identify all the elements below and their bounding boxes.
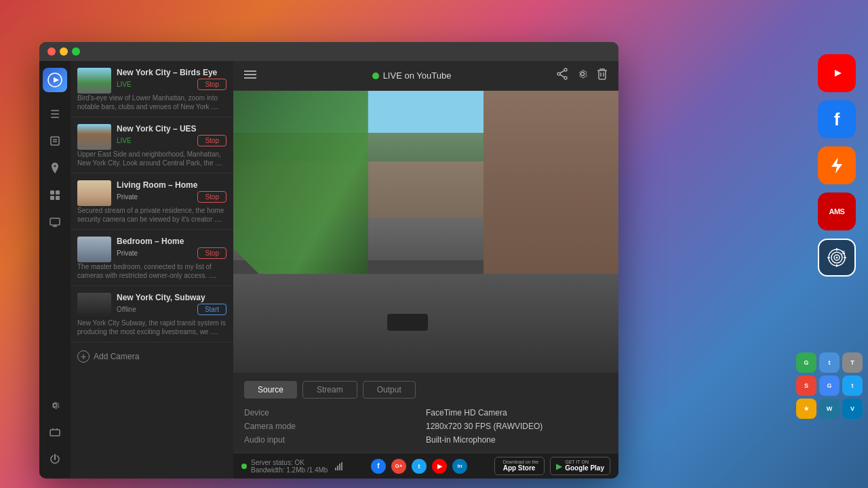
- sidebar-item-monitor[interactable]: [44, 211, 66, 233]
- google-icon[interactable]: G: [796, 352, 816, 373]
- social-icon-1[interactable]: t: [819, 352, 840, 373]
- server-status-text: Server status: OK: [251, 459, 328, 466]
- app-store-sub: Download on the: [503, 460, 539, 464]
- sidebar-item-location[interactable]: [44, 157, 66, 179]
- status-badge: LIVE: [117, 137, 132, 144]
- youtube-social-icon[interactable]: ▶: [432, 459, 447, 474]
- svg-rect-27: [335, 468, 336, 470]
- live-status-text: LIVE on YouTube: [383, 70, 452, 81]
- minimize-button[interactable]: [60, 47, 68, 56]
- desktop-icons: f AMS S: [818, 54, 856, 277]
- desktop-icons-bottom: G t T S G t ★ W V: [796, 352, 863, 419]
- camera-description: New York City Subway, the rapid transit …: [77, 319, 226, 336]
- svg-point-20: [564, 77, 567, 79]
- linkedin-social-icon[interactable]: in: [452, 459, 467, 474]
- stop-button[interactable]: Stop: [197, 79, 226, 90]
- camera-description: Bird's-eye view of Lower Manhattan, zoom…: [77, 94, 226, 111]
- sidebar-item-power[interactable]: [44, 449, 66, 470]
- camera-name: New York City – UES: [117, 124, 226, 134]
- audio-input-label: Audio input: [244, 435, 426, 445]
- camera-item[interactable]: Living Room – Home Private Stop Secured …: [71, 174, 233, 230]
- lightning-desktop-icon[interactable]: [818, 146, 856, 184]
- play-icon: ▶: [556, 462, 562, 471]
- maximize-button[interactable]: [72, 47, 80, 56]
- bandwidth-text: Bandwidth: 1.2Mb /1.4Mb: [251, 466, 328, 474]
- source-info-grid: Device FaceTime HD Camera Camera mode 12…: [244, 408, 608, 445]
- server-status-dot: [241, 464, 247, 469]
- sidebar-item-add[interactable]: [44, 422, 66, 443]
- menu-icon[interactable]: [244, 70, 256, 82]
- plus-icon: +: [77, 350, 90, 363]
- svg-line-22: [560, 70, 564, 73]
- svg-rect-5: [50, 190, 54, 195]
- camera-description: The master bedroom, connected to my list…: [77, 262, 226, 280]
- tab-source[interactable]: Source: [244, 381, 297, 399]
- tab-stream[interactable]: Stream: [302, 381, 357, 399]
- sidebar-item-grid[interactable]: [44, 184, 66, 206]
- tab-row: Source Stream Output: [244, 381, 608, 399]
- stop-button[interactable]: Stop: [197, 247, 226, 259]
- tab-output[interactable]: Output: [363, 381, 416, 399]
- svg-marker-1: [54, 77, 59, 83]
- icon-row-2: S G t: [796, 375, 863, 396]
- sidebar-item-settings[interactable]: [44, 394, 66, 416]
- audio-input-value: Built-in Microphone: [426, 435, 608, 445]
- twitter-social-icon[interactable]: t: [412, 459, 427, 474]
- delete-button[interactable]: [597, 68, 608, 83]
- status-badge: Private: [117, 193, 138, 201]
- vimeo-icon[interactable]: V: [842, 399, 863, 419]
- wordpress-icon[interactable]: W: [819, 399, 840, 419]
- top-bar-actions: [556, 68, 608, 83]
- camera-mode-label: Camera mode: [244, 422, 426, 431]
- device-value: FaceTime HD Camera: [426, 408, 608, 418]
- add-camera-label: Add Camera: [94, 352, 139, 361]
- bottom-panel: Source Stream Output Device FaceTime HD …: [233, 373, 618, 453]
- video-tree: [233, 91, 368, 288]
- social-icon-5[interactable]: ★: [796, 399, 816, 419]
- stop-button[interactable]: Stop: [197, 135, 226, 146]
- main-content: LIVE on YouTube: [233, 61, 618, 479]
- svg-rect-9: [50, 218, 60, 225]
- settings-button[interactable]: [576, 68, 589, 83]
- svg-rect-6: [56, 190, 60, 195]
- camera-thumbnail: [77, 124, 111, 150]
- camera-description: Upper East Side and neighborhood, Manhat…: [77, 150, 226, 167]
- camera-item[interactable]: New York City, Subway Offline Start New …: [71, 286, 233, 342]
- camera-mode-value: 868x488 30 FPS (RAWVIDEO): [426, 422, 608, 431]
- svg-point-21: [557, 73, 560, 75]
- start-button[interactable]: Start: [197, 304, 226, 315]
- svg-rect-7: [50, 196, 54, 200]
- ams-desktop-icon[interactable]: AMS: [818, 192, 856, 230]
- camera-item[interactable]: New York City – UES LIVE Stop Upper East…: [71, 117, 233, 174]
- googleplus-social-icon[interactable]: G+: [391, 459, 406, 474]
- sidebar-item-list[interactable]: ☰: [44, 103, 66, 125]
- svg-rect-29: [339, 464, 340, 470]
- camera-item[interactable]: Bedroom – Home Private Stop The master b…: [71, 230, 233, 286]
- close-button[interactable]: [47, 47, 56, 56]
- twitter-small-icon[interactable]: t: [842, 375, 863, 396]
- add-camera-button[interactable]: + Add Camera: [71, 342, 233, 371]
- svg-rect-13: [50, 430, 60, 436]
- app-store-button[interactable]: Download on the App Store: [494, 457, 545, 475]
- google-play-button[interactable]: ▶ GET IT ON Google Play: [550, 457, 610, 475]
- server-status: Server status: OK Bandwidth: 1.2Mb /1.4M…: [241, 459, 344, 474]
- camera-name: Bedroom – Home: [117, 237, 226, 246]
- stop-button[interactable]: Stop: [197, 191, 226, 203]
- camera-item[interactable]: New York City – Birds Eye LIVE Stop Bird…: [71, 61, 233, 117]
- social-icon-3[interactable]: S: [796, 375, 816, 396]
- camera-thumbnail: [77, 180, 111, 206]
- sidebar-app-logo[interactable]: [43, 68, 67, 92]
- facebook-desktop-icon[interactable]: f: [818, 100, 856, 138]
- social-icon-4[interactable]: G: [819, 375, 840, 396]
- social-icon-2[interactable]: T: [842, 352, 863, 373]
- share-button[interactable]: [556, 68, 568, 83]
- target-desktop-icon[interactable]: S: [818, 239, 856, 277]
- svg-rect-8: [56, 196, 60, 200]
- camera-name: New York City, Subway: [117, 293, 226, 302]
- sidebar-item-book[interactable]: [44, 130, 66, 152]
- youtube-desktop-icon[interactable]: [818, 54, 856, 92]
- status-badge: LIVE: [117, 81, 132, 88]
- status-badge: Offline: [117, 306, 136, 313]
- video-car: [387, 314, 428, 331]
- facebook-social-icon[interactable]: f: [371, 459, 386, 474]
